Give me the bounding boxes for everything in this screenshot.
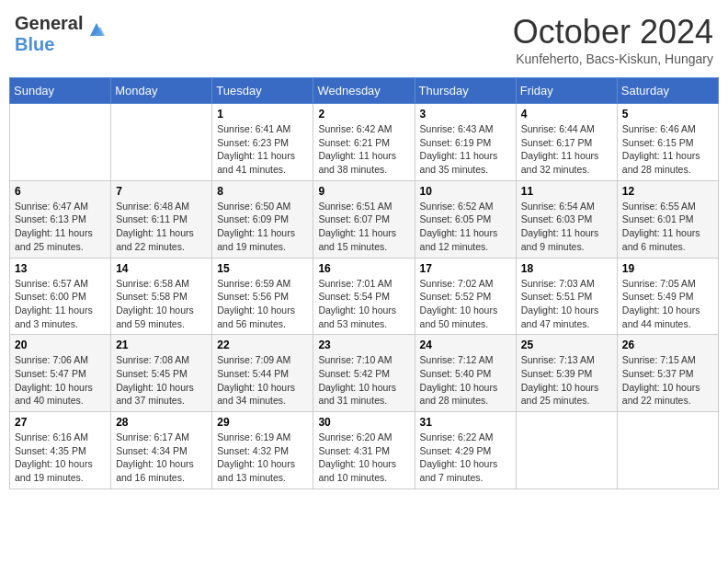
daylight-text: Daylight: 10 hours and 19 minutes. xyxy=(15,457,106,484)
calendar-cell: 25Sunrise: 7:13 AMSunset: 5:39 PMDayligh… xyxy=(516,335,617,412)
calendar-cell: 30Sunrise: 6:20 AMSunset: 4:31 PMDayligh… xyxy=(313,412,415,489)
calendar-cell: 29Sunrise: 6:19 AMSunset: 4:32 PMDayligh… xyxy=(212,412,313,489)
day-info: Sunrise: 7:12 AMSunset: 5:40 PMDaylight:… xyxy=(420,353,511,408)
calendar-cell: 15Sunrise: 6:59 AMSunset: 5:56 PMDayligh… xyxy=(212,258,313,335)
daylight-text: Daylight: 10 hours and 44 minutes. xyxy=(622,304,713,330)
daylight-text: Daylight: 10 hours and 13 minutes. xyxy=(217,457,308,484)
sunrise-text: Sunrise: 6:55 AM xyxy=(622,200,713,213)
sunrise-text: Sunrise: 6:59 AM xyxy=(217,277,308,291)
daylight-text: Daylight: 10 hours and 56 minutes. xyxy=(217,304,308,330)
sunset-text: Sunset: 4:31 PM xyxy=(318,444,409,458)
sunset-text: Sunset: 4:35 PM xyxy=(15,444,106,458)
weekday-header-monday: Monday xyxy=(111,78,212,104)
sunrise-text: Sunrise: 6:51 AM xyxy=(318,200,409,213)
sunrise-text: Sunrise: 6:46 AM xyxy=(622,122,713,136)
day-info: Sunrise: 6:17 AMSunset: 4:34 PMDaylight:… xyxy=(116,431,207,485)
sunrise-text: Sunrise: 6:17 AM xyxy=(116,431,207,444)
day-info: Sunrise: 7:06 AMSunset: 5:47 PMDaylight:… xyxy=(15,353,106,408)
day-info: Sunrise: 6:51 AMSunset: 6:07 PMDaylight:… xyxy=(318,200,409,254)
day-number: 18 xyxy=(521,262,612,275)
daylight-text: Daylight: 10 hours and 53 minutes. xyxy=(318,304,409,330)
day-number: 31 xyxy=(420,416,511,429)
daylight-text: Daylight: 10 hours and 25 minutes. xyxy=(521,381,612,408)
day-info: Sunrise: 7:08 AMSunset: 5:45 PMDaylight:… xyxy=(116,353,207,408)
day-number: 15 xyxy=(217,262,308,275)
sunset-text: Sunset: 6:11 PM xyxy=(116,213,207,226)
day-info: Sunrise: 7:15 AMSunset: 5:37 PMDaylight:… xyxy=(622,353,713,408)
calendar-table: SundayMondayTuesdayWednesdayThursdayFrid… xyxy=(9,77,719,489)
day-number: 29 xyxy=(217,416,308,429)
sunrise-text: Sunrise: 6:20 AM xyxy=(318,431,409,444)
day-number: 1 xyxy=(217,108,308,121)
sunset-text: Sunset: 6:09 PM xyxy=(217,213,308,226)
calendar-cell: 17Sunrise: 7:02 AMSunset: 5:52 PMDayligh… xyxy=(415,258,516,335)
logo-icon xyxy=(86,19,107,40)
sunrise-text: Sunrise: 7:15 AM xyxy=(622,353,713,367)
daylight-text: Daylight: 11 hours and 12 minutes. xyxy=(420,226,511,253)
sunrise-text: Sunrise: 6:54 AM xyxy=(521,200,612,213)
sunset-text: Sunset: 4:34 PM xyxy=(116,444,207,458)
day-number: 3 xyxy=(420,108,511,121)
sunrise-text: Sunrise: 6:52 AM xyxy=(420,200,511,213)
day-info: Sunrise: 6:19 AMSunset: 4:32 PMDaylight:… xyxy=(217,431,308,485)
sunrise-text: Sunrise: 6:19 AM xyxy=(217,431,308,444)
weekday-header-wednesday: Wednesday xyxy=(313,78,415,104)
day-info: Sunrise: 6:48 AMSunset: 6:11 PMDaylight:… xyxy=(116,200,207,254)
sunrise-text: Sunrise: 7:12 AM xyxy=(420,353,511,367)
calendar-cell: 13Sunrise: 6:57 AMSunset: 6:00 PMDayligh… xyxy=(10,258,111,335)
daylight-text: Daylight: 11 hours and 3 minutes. xyxy=(15,304,106,330)
calendar-cell: 12Sunrise: 6:55 AMSunset: 6:01 PMDayligh… xyxy=(617,180,718,258)
sunset-text: Sunset: 6:00 PM xyxy=(15,290,106,304)
day-info: Sunrise: 6:58 AMSunset: 5:58 PMDaylight:… xyxy=(116,277,207,331)
daylight-text: Daylight: 10 hours and 37 minutes. xyxy=(116,381,207,408)
daylight-text: Daylight: 10 hours and 50 minutes. xyxy=(420,304,511,330)
sunset-text: Sunset: 6:15 PM xyxy=(622,136,713,150)
daylight-text: Daylight: 11 hours and 19 minutes. xyxy=(217,226,308,253)
sunrise-text: Sunrise: 6:58 AM xyxy=(116,277,207,291)
sunset-text: Sunset: 5:39 PM xyxy=(521,367,612,381)
daylight-text: Daylight: 11 hours and 25 minutes. xyxy=(15,226,106,253)
calendar-week-row: 1Sunrise: 6:41 AMSunset: 6:23 PMDaylight… xyxy=(10,104,719,181)
calendar-cell: 24Sunrise: 7:12 AMSunset: 5:40 PMDayligh… xyxy=(415,335,516,412)
day-number: 30 xyxy=(318,416,409,429)
sunrise-text: Sunrise: 6:44 AM xyxy=(521,122,612,136)
day-number: 20 xyxy=(15,339,106,351)
calendar-cell xyxy=(516,412,617,489)
sunset-text: Sunset: 4:29 PM xyxy=(420,444,511,458)
day-info: Sunrise: 6:50 AMSunset: 6:09 PMDaylight:… xyxy=(217,200,308,254)
day-number: 13 xyxy=(15,262,106,275)
calendar-cell: 1Sunrise: 6:41 AMSunset: 6:23 PMDaylight… xyxy=(212,104,313,181)
sunrise-text: Sunrise: 6:41 AM xyxy=(217,122,308,136)
logo-general: General xyxy=(15,13,83,33)
day-info: Sunrise: 6:44 AMSunset: 6:17 PMDaylight:… xyxy=(521,122,612,177)
sunrise-text: Sunrise: 7:05 AM xyxy=(622,277,713,291)
month-title: October 2024 xyxy=(513,13,713,52)
sunset-text: Sunset: 6:13 PM xyxy=(15,213,106,226)
calendar-cell xyxy=(10,104,111,181)
calendar-cell: 5Sunrise: 6:46 AMSunset: 6:15 PMDaylight… xyxy=(617,104,718,181)
day-number: 4 xyxy=(521,108,612,121)
sunrise-text: Sunrise: 6:43 AM xyxy=(420,122,511,136)
sunset-text: Sunset: 5:37 PM xyxy=(622,367,713,381)
daylight-text: Daylight: 11 hours and 9 minutes. xyxy=(521,226,612,253)
calendar-cell: 8Sunrise: 6:50 AMSunset: 6:09 PMDaylight… xyxy=(212,180,313,258)
day-info: Sunrise: 6:20 AMSunset: 4:31 PMDaylight:… xyxy=(318,431,409,485)
calendar-cell: 20Sunrise: 7:06 AMSunset: 5:47 PMDayligh… xyxy=(10,335,111,412)
daylight-text: Daylight: 11 hours and 6 minutes. xyxy=(622,226,713,253)
calendar-cell: 18Sunrise: 7:03 AMSunset: 5:51 PMDayligh… xyxy=(516,258,617,335)
day-number: 2 xyxy=(318,108,409,121)
sunset-text: Sunset: 5:58 PM xyxy=(116,290,207,304)
day-info: Sunrise: 6:47 AMSunset: 6:13 PMDaylight:… xyxy=(15,200,106,254)
day-number: 22 xyxy=(217,339,308,351)
day-number: 5 xyxy=(622,108,713,121)
daylight-text: Daylight: 10 hours and 34 minutes. xyxy=(217,381,308,408)
calendar-week-row: 6Sunrise: 6:47 AMSunset: 6:13 PMDaylight… xyxy=(10,180,719,258)
sunset-text: Sunset: 6:17 PM xyxy=(521,136,612,150)
sunrise-text: Sunrise: 7:06 AM xyxy=(15,353,106,367)
daylight-text: Daylight: 10 hours and 47 minutes. xyxy=(521,304,612,330)
sunset-text: Sunset: 6:19 PM xyxy=(420,136,511,150)
weekday-header-thursday: Thursday xyxy=(415,78,516,104)
day-info: Sunrise: 6:46 AMSunset: 6:15 PMDaylight:… xyxy=(622,122,713,177)
day-info: Sunrise: 6:55 AMSunset: 6:01 PMDaylight:… xyxy=(622,200,713,254)
sunset-text: Sunset: 6:03 PM xyxy=(521,213,612,226)
